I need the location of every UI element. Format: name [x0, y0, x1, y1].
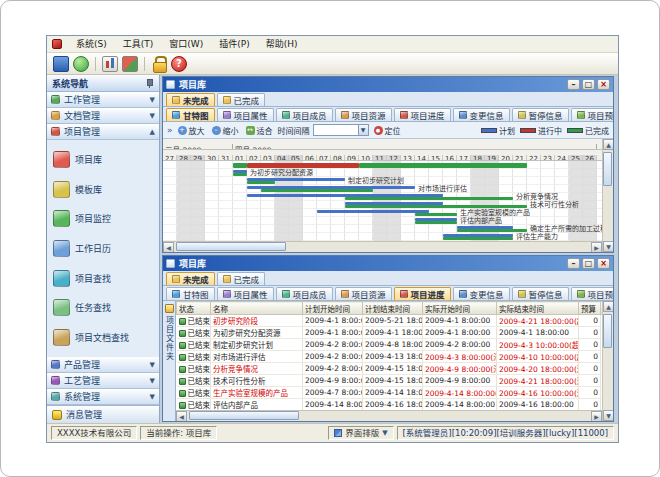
sidebar-message-tab[interactable]: 消息管理	[47, 405, 159, 423]
close-button[interactable]	[597, 79, 610, 90]
tab-progress[interactable]: 项目进度	[394, 287, 451, 300]
tab-changes[interactable]: 变更信息	[453, 287, 510, 300]
scroll-down-arrow[interactable]	[603, 410, 614, 421]
tab-unfinished[interactable]: 未完成	[166, 272, 215, 285]
chart-icon[interactable]	[102, 56, 118, 72]
menu-item-2[interactable]: 窗口(W)	[161, 39, 211, 49]
project-folder-side-tab[interactable]: 项目文件夹	[163, 301, 176, 421]
table-row[interactable]: 已结束为初步研究分配资源2009-4-1 8:00:002009-4-1 18:…	[177, 327, 603, 339]
sidebar-group-process-mgmt[interactable]: 工艺管理	[47, 373, 159, 389]
status-text: 已结束	[188, 365, 211, 374]
layout-selector[interactable]: 界面排版	[328, 426, 393, 440]
minimize-button[interactable]	[567, 79, 580, 90]
menu-item-0[interactable]: 系统(S)	[68, 39, 115, 49]
scroll-thumb[interactable]	[603, 314, 612, 348]
table-row[interactable]: 已结束初步研究阶段2009-4-1 8:00:002009-5-21 18:00…	[177, 315, 603, 327]
sidebar-item-task-search[interactable]: 任务查找	[50, 293, 156, 323]
tab-gantt[interactable]: 甘特图	[166, 108, 215, 121]
column-header[interactable]: 实际结束时间	[497, 302, 579, 315]
table-horizontal-scrollbar[interactable]	[176, 410, 602, 421]
tab-members[interactable]: 项目成员	[276, 108, 333, 121]
table-vertical-scrollbar[interactable]	[602, 301, 613, 421]
table-row[interactable]: 已结束评估内部产品2009-4-14 8:00:002009-4-16 18:0…	[177, 399, 603, 411]
scroll-track[interactable]	[603, 312, 613, 410]
tab-budget[interactable]: 项目预算	[571, 287, 614, 300]
sidebar-item-project-search[interactable]: 项目查找	[50, 263, 156, 293]
menu-item-4[interactable]: 帮助(H)	[258, 39, 306, 49]
sidebar-item-project-doc-search[interactable]: 项目文档查找	[50, 322, 156, 352]
process-mgmt-icon	[51, 376, 60, 385]
gantt-horizontal-scrollbar[interactable]	[163, 241, 602, 252]
overflow-chevron-icon[interactable]: »	[167, 125, 173, 135]
column-header[interactable]: 名称	[211, 302, 303, 315]
sidebar-group-work-mgmt[interactable]: 工作管理	[47, 92, 159, 108]
tab-changes[interactable]: 变更信息	[453, 108, 510, 121]
maximize-button[interactable]	[582, 258, 595, 269]
gantt-vertical-scrollbar[interactable]	[602, 139, 613, 252]
table-window-titlebar[interactable]: 项目库	[163, 256, 613, 271]
sidebar-group-project-mgmt[interactable]: 项目管理	[47, 124, 159, 140]
menu-item-3[interactable]: 插件(P)	[211, 39, 257, 49]
tab-properties[interactable]: 项目属性	[217, 108, 274, 121]
zoom-out-button[interactable]: 缩小	[210, 125, 241, 136]
close-button[interactable]	[597, 258, 610, 269]
scroll-track[interactable]	[187, 411, 591, 421]
tab-progress[interactable]: 项目进度	[394, 108, 451, 121]
globe-icon[interactable]	[73, 56, 89, 72]
tab-budget[interactable]: 项目预算	[571, 108, 614, 121]
tab-unfinished[interactable]: 未完成	[166, 93, 215, 106]
fit-button[interactable]: 适合	[244, 125, 275, 136]
interval-combo[interactable]	[313, 124, 369, 136]
tab-pauses[interactable]: 暂停信息	[512, 108, 569, 121]
tab-members[interactable]: 项目成员	[276, 287, 333, 300]
column-header[interactable]: 实际开始时间	[423, 302, 497, 315]
sidebar-item-work-calendar[interactable]: 工作日历	[50, 234, 156, 264]
gantt-window-titlebar[interactable]: 项目库	[163, 77, 613, 92]
tab-resources[interactable]: 项目资源	[335, 287, 392, 300]
scroll-track[interactable]	[603, 150, 613, 241]
table-row[interactable]: 已结束生产实验室规模的产品2009-4-7 8:00:002009-4-14 1…	[177, 387, 603, 399]
sidebar-item-project-library[interactable]: 项目库	[50, 145, 156, 175]
table-row[interactable]: 已结束分析竞争情况2009-4-2 8:00:002009-4-15 18:00…	[177, 363, 603, 375]
scroll-left-arrow[interactable]	[163, 242, 174, 253]
scroll-track[interactable]	[174, 242, 591, 252]
scroll-thumb[interactable]	[176, 242, 286, 251]
scroll-right-arrow[interactable]	[591, 411, 602, 422]
column-header[interactable]: 预算	[579, 302, 601, 315]
minimize-button[interactable]	[567, 258, 580, 269]
maximize-button[interactable]	[582, 79, 595, 90]
save-icon[interactable]	[53, 56, 69, 72]
pin-icon[interactable]	[145, 79, 154, 88]
help-icon[interactable]	[171, 56, 187, 72]
locate-button[interactable]: 定位	[372, 125, 403, 136]
toolbar-separator	[144, 57, 145, 71]
lock-icon[interactable]	[151, 56, 167, 72]
scroll-up-arrow[interactable]	[603, 139, 614, 150]
table-row[interactable]: 已结束技术可行性分析2009-4-9 8:00:002009-4-15 18:0…	[177, 375, 603, 387]
tab-finished[interactable]: 已完成	[217, 93, 266, 106]
zoom-in-button[interactable]: 放大	[176, 125, 207, 136]
sidebar-group-system-mgmt[interactable]: 系统管理	[47, 389, 159, 405]
tab-finished[interactable]: 已完成	[217, 272, 266, 285]
table-row[interactable]: 已结束对市场进行评估2009-4-2 8:00:002009-4-13 18:0…	[177, 351, 603, 363]
menu-item-1[interactable]: 工具(T)	[115, 39, 162, 49]
column-header[interactable]: 计划开始时间	[303, 302, 363, 315]
scroll-right-arrow[interactable]	[591, 242, 602, 253]
scroll-down-arrow[interactable]	[603, 241, 614, 252]
grid-icon[interactable]	[122, 56, 138, 72]
scroll-up-arrow[interactable]	[603, 301, 614, 312]
tab-properties[interactable]: 项目属性	[217, 287, 274, 300]
sidebar-item-project-monitor[interactable]: 项目监控	[50, 204, 156, 234]
scroll-thumb[interactable]	[603, 152, 612, 186]
column-header[interactable]: 状态	[177, 302, 211, 315]
column-header[interactable]: 计划结束时间	[363, 302, 423, 315]
scroll-left-arrow[interactable]	[176, 411, 187, 422]
sidebar-group-doc-mgmt[interactable]: 文档管理	[47, 108, 159, 124]
tab-pauses[interactable]: 暂停信息	[512, 287, 569, 300]
sidebar-item-template-library[interactable]: 模板库	[50, 175, 156, 205]
tab-gantt[interactable]: 甘特图	[166, 287, 215, 300]
tab-resources[interactable]: 项目资源	[335, 108, 392, 121]
table-row[interactable]: 已结束制定初步研究计划2009-4-2 8:00:002009-4-8 18:0…	[177, 339, 603, 351]
scroll-thumb[interactable]	[189, 411, 299, 420]
sidebar-group-product-mgmt[interactable]: 产品管理	[47, 357, 159, 373]
